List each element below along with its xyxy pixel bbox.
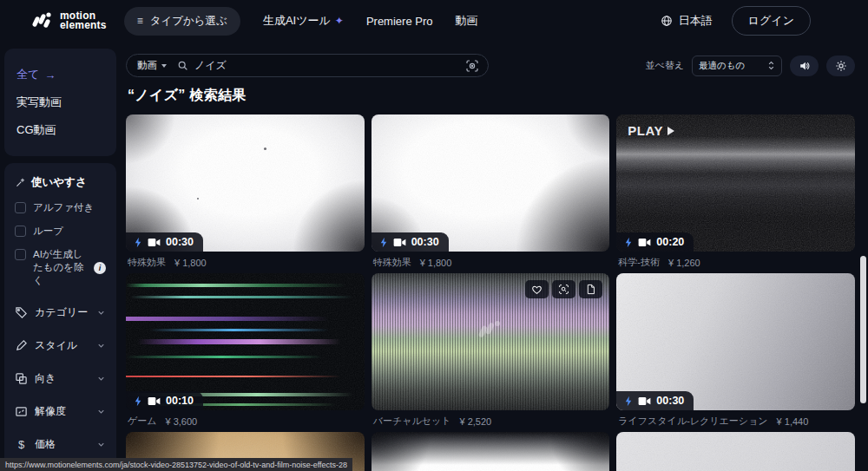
lightning-icon bbox=[624, 237, 633, 248]
result-category[interactable]: 特殊効果 bbox=[373, 256, 411, 269]
checkbox-alpha[interactable]: アルファ付き bbox=[15, 201, 106, 214]
result-price: ¥ 1,800 bbox=[420, 258, 452, 268]
video-thumbnail[interactable]: 00:30 bbox=[126, 114, 365, 252]
video-camera-icon bbox=[148, 396, 161, 406]
mute-toggle-button[interactable] bbox=[790, 56, 819, 76]
sidebar-item-all[interactable]: 全て → bbox=[15, 61, 106, 88]
result-card: 00:30 ライフスタイル-レクリエーション ¥ 1,440 bbox=[616, 273, 855, 430]
tag-icon bbox=[15, 306, 28, 319]
duration-badge: 00:20 bbox=[616, 232, 694, 252]
sort-cluster: 並べ替え 最適のもの bbox=[645, 56, 855, 76]
logo-text: motion elements bbox=[60, 11, 107, 30]
usability-section-title: 使いやすさ bbox=[15, 175, 106, 190]
sidebar-item-live-action[interactable]: 実写動画 bbox=[15, 88, 106, 116]
nav-generative-ai-tools[interactable]: 生成AIツール ✦ bbox=[263, 13, 344, 29]
video-thumbnail[interactable] bbox=[616, 432, 855, 471]
video-camera-icon bbox=[393, 238, 406, 247]
search-bar: 動画 bbox=[126, 54, 489, 77]
checkbox-exclude-ai[interactable]: AIが生成したものを除く i bbox=[15, 248, 106, 287]
filter-resolution[interactable]: 解像度 bbox=[15, 404, 106, 419]
menu-icon: ≡ bbox=[137, 15, 143, 27]
status-bar-link-preview: https://www.motionelements.com/ja/stock-… bbox=[0, 458, 352, 471]
language-selector[interactable]: 日本語 bbox=[661, 13, 713, 29]
filter-orientation[interactable]: 向き bbox=[15, 371, 106, 386]
duration-badge: 00:10 bbox=[126, 391, 203, 410]
search-by-image-icon[interactable] bbox=[465, 59, 479, 73]
result-category[interactable]: 特殊効果 bbox=[128, 256, 166, 269]
nav-video[interactable]: 動画 bbox=[455, 13, 477, 29]
checkbox-box[interactable] bbox=[15, 202, 26, 213]
type-links-card: 全て → 実写動画 CG動画 bbox=[4, 49, 116, 156]
filter-sidebar: 全て → 実写動画 CG動画 使いやすさ アルファ付き ループ bbox=[0, 42, 122, 471]
usability-icon bbox=[15, 177, 26, 188]
nav-right-cluster: 日本語 ログイン bbox=[661, 6, 811, 36]
video-camera-icon bbox=[148, 238, 161, 247]
filter-style[interactable]: スタイル bbox=[15, 338, 106, 353]
video-thumbnail[interactable] bbox=[372, 273, 610, 410]
result-card: バーチャルセット ¥ 2,520 bbox=[372, 273, 610, 430]
duration-badge: 00:30 bbox=[616, 391, 694, 410]
dollar-icon: $ bbox=[15, 438, 28, 451]
result-category[interactable]: バーチャルセット bbox=[373, 415, 451, 428]
pen-icon bbox=[15, 339, 28, 352]
video-camera-icon bbox=[638, 238, 651, 247]
sidebar-item-cg-video[interactable]: CG動画 bbox=[15, 116, 106, 144]
checkbox-box[interactable] bbox=[15, 249, 26, 260]
sort-label: 並べ替え bbox=[645, 59, 684, 72]
filter-category[interactable]: カテゴリー bbox=[15, 305, 106, 320]
browse-by-type-label: タイプから選ぶ bbox=[150, 14, 227, 29]
checkbox-box[interactable] bbox=[15, 226, 26, 237]
resolution-icon bbox=[15, 405, 28, 418]
checkbox-loop[interactable]: ループ bbox=[15, 225, 106, 238]
video-thumbnail[interactable]: 00:10 bbox=[126, 273, 365, 410]
main-content: 動画 並べ替え 最適のもの bbox=[122, 42, 868, 471]
lightning-icon bbox=[134, 396, 142, 407]
result-meta: 特殊効果 ¥ 1,800 bbox=[126, 252, 365, 271]
globe-icon bbox=[661, 15, 673, 27]
lightning-icon bbox=[624, 396, 633, 407]
result-price: ¥ 1,260 bbox=[668, 258, 700, 268]
result-card: 00:30 特殊効果 ¥ 1,800 bbox=[372, 114, 610, 271]
result-meta: ライフスタイル-レクリエーション ¥ 1,440 bbox=[616, 410, 855, 430]
search-toolbar: 動画 並べ替え 最適のもの bbox=[126, 54, 855, 77]
page-scrollbar-thumb[interactable] bbox=[860, 256, 866, 403]
video-thumbnail[interactable]: PLAY 00:20 bbox=[616, 114, 855, 252]
top-navigation: motion elements ≡ タイプから選ぶ 生成AIツール ✦ Prem… bbox=[0, 0, 868, 42]
result-meta: バーチャルセット ¥ 2,520 bbox=[372, 410, 610, 430]
result-category[interactable]: 科学-技術 bbox=[618, 256, 660, 269]
filter-price[interactable]: $ 価格 bbox=[15, 437, 106, 452]
video-thumbnail[interactable]: 00:30 bbox=[372, 114, 610, 252]
nav-premiere-pro[interactable]: Premiere Pro bbox=[366, 15, 433, 28]
login-button[interactable]: ログイン bbox=[732, 6, 811, 36]
chevron-down-icon bbox=[161, 64, 167, 68]
result-card: PLAY 00:20 科学-技術 ¥ 1,260 bbox=[616, 114, 855, 271]
language-label: 日本語 bbox=[679, 13, 713, 29]
add-to-collection-button[interactable] bbox=[579, 280, 602, 298]
browse-by-type-button[interactable]: ≡ タイプから選ぶ bbox=[124, 7, 240, 36]
search-input[interactable] bbox=[194, 60, 465, 72]
search-scope-dropdown[interactable]: 動画 bbox=[137, 59, 167, 72]
chevron-down-icon bbox=[96, 374, 106, 383]
play-overlay: PLAY bbox=[628, 123, 674, 138]
chevron-down-icon bbox=[96, 308, 106, 317]
lightning-icon bbox=[134, 237, 142, 248]
sort-select[interactable]: 最適のもの bbox=[692, 56, 782, 76]
results-grid: 00:30 特殊効果 ¥ 1,800 00:30 bbox=[126, 114, 855, 471]
result-price: ¥ 3,600 bbox=[166, 416, 198, 427]
video-thumbnail[interactable]: 00:30 bbox=[616, 273, 855, 410]
watermark-logo bbox=[477, 317, 503, 343]
duration-badge: 00:30 bbox=[126, 232, 203, 252]
result-card: 00:10 ゲーム ¥ 3,600 bbox=[126, 273, 365, 430]
play-triangle-icon bbox=[667, 127, 674, 135]
chevron-down-icon bbox=[96, 440, 106, 449]
result-category[interactable]: ゲーム bbox=[128, 415, 157, 428]
favorite-heart-button[interactable] bbox=[525, 280, 549, 298]
result-category[interactable]: ライフスタイル-レクリエーション bbox=[618, 415, 767, 428]
find-similar-button[interactable] bbox=[552, 280, 575, 298]
result-meta: 科学-技術 ¥ 1,260 bbox=[616, 252, 855, 271]
settings-gear-button[interactable] bbox=[826, 56, 855, 76]
motionelements-logo[interactable]: motion elements bbox=[31, 10, 107, 32]
video-thumbnail[interactable] bbox=[372, 432, 610, 471]
search-results-heading: “ノイズ” 検索結果 bbox=[128, 87, 855, 105]
info-icon[interactable]: i bbox=[94, 262, 106, 274]
